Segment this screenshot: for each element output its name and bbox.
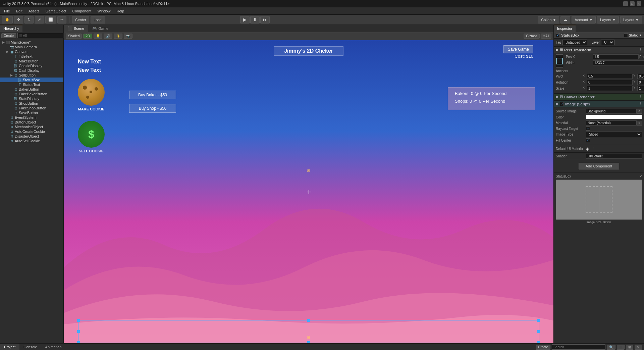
static-checkbox[interactable]	[624, 33, 628, 37]
hierarchy-item-fakeshopbutton[interactable]: ⊡FakeShopButton	[0, 106, 63, 110]
layout-button[interactable]: Layout ▼	[620, 16, 642, 23]
hierarchy-item-sellbutton[interactable]: ▶⊡SellButton	[0, 73, 63, 78]
hierarchy-create-button[interactable]: Create	[1, 33, 16, 38]
scene-tab[interactable]: ⬛ Scene	[64, 25, 88, 32]
rect-tool-button[interactable]: ⬜	[45, 16, 56, 23]
menu-component[interactable]: Component	[69, 8, 94, 14]
cloud-button[interactable]: ☁	[560, 16, 570, 23]
hierarchy-item-makebutton[interactable]: ⊡MakeButton	[0, 59, 63, 63]
all-button[interactable]: ≡All	[541, 34, 551, 39]
center-button[interactable]: Center	[72, 16, 89, 23]
default-material-menu[interactable]: ⋮	[592, 147, 595, 151]
collab-button[interactable]: Collab ▼	[538, 16, 559, 23]
menu-gameobject[interactable]: GameObject	[43, 8, 69, 14]
layers-button[interactable]: Layers ▼	[597, 16, 619, 23]
menu-assets[interactable]: Assets	[26, 8, 42, 14]
handle-mid-right[interactable]	[537, 330, 540, 333]
console-tab[interactable]: Console	[19, 344, 41, 350]
close-button[interactable]: ✕	[637, 1, 641, 6]
sell-cookie-button[interactable]: $ SELL COOKIE	[78, 121, 105, 153]
hierarchy-item-autocreatecookie[interactable]: ⚙AutoCreateCookie	[0, 129, 63, 134]
pivot-x-field[interactable]	[587, 74, 633, 79]
save-game-button[interactable]: Save Game	[503, 45, 533, 53]
move-tool-button[interactable]: ✥	[14, 16, 23, 23]
hierarchy-item-savebutton[interactable]: ⊡SaveButton	[0, 110, 63, 115]
width-field[interactable]	[593, 60, 644, 65]
project-options-button[interactable]: ☰	[617, 345, 625, 350]
tag-select[interactable]: Untagged	[562, 40, 587, 45]
hierarchy-item-mechanicsobject[interactable]: ⚙MechanicsObject	[0, 124, 63, 129]
hierarchy-item-buttonobject[interactable]: ⊡ButtonObject	[0, 120, 63, 124]
image-script-checkbox[interactable]: ✓	[560, 102, 564, 106]
hierarchy-item-canvas[interactable]: ▶▣Canvas	[0, 49, 63, 54]
scale-tool-button[interactable]: ⤢	[35, 16, 44, 23]
add-component-button[interactable]: Add Component	[579, 163, 620, 169]
handle-bottom-left[interactable]	[77, 341, 80, 343]
animation-tab[interactable]: Animation	[41, 344, 66, 350]
hierarchy-item-main-camera[interactable]: 📷Main Camera	[0, 45, 63, 49]
inspector-tab[interactable]: Inspector	[554, 25, 576, 32]
hierarchy-item-disasterobject[interactable]: ⚙DisasterObject	[0, 134, 63, 139]
gizmos-button[interactable]: Gizmos	[524, 34, 540, 39]
scene-view[interactable]: Jimmy's 2D Clicker Save Game Cost: $10 N…	[64, 40, 553, 343]
handle-mid-left[interactable]	[77, 330, 80, 333]
hierarchy-item-fakebakerbutton[interactable]: ⊡FakeBakerButton	[0, 92, 63, 96]
source-image-field[interactable]	[586, 109, 637, 114]
handle-top-right[interactable]	[537, 319, 540, 322]
make-cookie-button[interactable]: MAKE COOKIE	[78, 79, 105, 111]
layer-select[interactable]: UI	[601, 40, 614, 45]
static-dropdown-icon[interactable]: ▼	[639, 34, 642, 37]
rotation-x-field[interactable]	[587, 80, 633, 85]
source-image-picker[interactable]: ⊙	[637, 109, 642, 114]
project-tab[interactable]: Project	[0, 344, 19, 350]
play-button[interactable]: ▶	[240, 16, 250, 23]
pivot-y-field[interactable]	[637, 74, 644, 79]
project-search-button[interactable]: 🔍	[607, 345, 615, 350]
handle-top-left[interactable]	[77, 319, 80, 322]
shader-field[interactable]	[586, 154, 642, 159]
material-field[interactable]	[586, 120, 637, 126]
handle-bottom-right[interactable]	[537, 341, 540, 343]
shaded-button[interactable]: Shaded	[66, 34, 82, 39]
image-script-header[interactable]: ▶ ✓ Image (Script) ⋮	[554, 101, 644, 107]
maximize-button[interactable]: □	[630, 1, 635, 6]
scale-y-field[interactable]	[637, 86, 644, 91]
hierarchy-tab[interactable]: Hierarchy	[0, 25, 22, 32]
inspector-enable-checkbox[interactable]: ✓	[556, 33, 560, 37]
pause-button[interactable]: ⏸	[250, 16, 260, 23]
project-close-button[interactable]: ✕	[635, 345, 642, 350]
canvas-renderer-header[interactable]: ▶ ⊡ Canvas Renderer ⋮	[554, 94, 644, 100]
transform-tool-button[interactable]: ⊹	[57, 16, 66, 23]
rect-transform-header[interactable]: ▶ ⊞ Rect Transform ⋮	[554, 47, 644, 53]
hierarchy-item-eventsystem[interactable]: ⚙EventSystem	[0, 115, 63, 120]
hierarchy-item-statustext[interactable]: TStatusText	[0, 82, 63, 87]
project-create-button[interactable]: Create	[536, 345, 550, 350]
preview-close-icon[interactable]: ✕	[639, 174, 642, 178]
hierarchy-item-cashdisplay[interactable]: 🖼CashDisplay	[0, 68, 63, 73]
hierarchy-item-shopbutton[interactable]: ⊡ShopButton	[0, 101, 63, 106]
rotation-y-field[interactable]	[637, 80, 644, 85]
hierarchy-search[interactable]	[17, 33, 63, 38]
project-expand-button[interactable]: ⊞	[626, 345, 633, 350]
hierarchy-item-bakerbutton[interactable]: ⊡BakerButton	[0, 87, 63, 92]
handle-bottom-mid[interactable]	[307, 341, 310, 343]
game-tab[interactable]: 🎮 Game	[88, 25, 112, 32]
image-script-menu[interactable]: ⋮	[638, 102, 642, 106]
raycast-checkbox[interactable]: ✓	[586, 127, 590, 131]
handle-top-mid[interactable]	[307, 319, 310, 322]
audio-button[interactable]: 🔊	[104, 34, 112, 39]
scene-cam-button[interactable]: 📷	[124, 34, 132, 39]
hierarchy-item-mainscene*[interactable]: ▶⬛MainScene*	[0, 40, 63, 45]
canvas-renderer-menu[interactable]: ⋮	[638, 95, 642, 99]
pos-x-field[interactable]	[593, 54, 639, 59]
rotate-tool-button[interactable]: ↻	[24, 16, 34, 23]
hierarchy-item-cookiedisplay[interactable]: 🖼CookieDisplay	[0, 63, 63, 68]
fx-button[interactable]: ✨	[114, 34, 122, 39]
rect-transform-menu-icon[interactable]: ⋮	[638, 48, 642, 52]
buy-shop-button[interactable]: Buy Shop - $50	[129, 104, 176, 113]
step-button[interactable]: ⏭	[260, 16, 270, 23]
minimize-button[interactable]: ─	[623, 1, 628, 6]
menu-edit[interactable]: Edit	[13, 8, 25, 14]
hierarchy-item-statusbox[interactable]: 🖼StatusBox	[0, 78, 63, 82]
scale-x-field[interactable]	[587, 86, 633, 91]
